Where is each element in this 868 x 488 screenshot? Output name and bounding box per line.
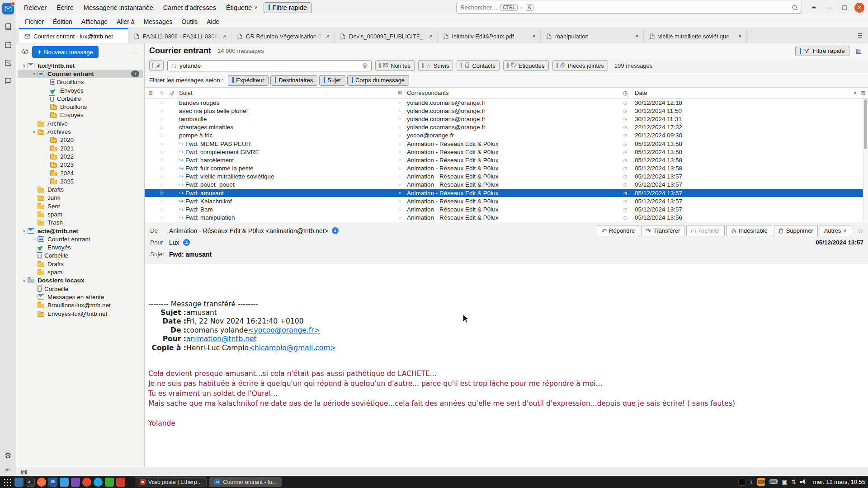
scope-subject-button[interactable]: Sujet [319, 75, 345, 86]
junk-status-icon[interactable]: ◷ [619, 191, 631, 196]
read-status-icon[interactable]: ○ [393, 207, 407, 212]
read-status-icon[interactable]: ○ [393, 166, 407, 171]
folder-row[interactable]: Envoyés-lux@tntb.net [18, 310, 143, 318]
tag-dropdown-button[interactable]: Étiquette∨ [222, 2, 262, 13]
folder-pane-options-button[interactable]: … [129, 48, 141, 56]
star-icon[interactable]: ☆ [156, 215, 167, 221]
menu-outils[interactable]: Outils [177, 17, 202, 27]
tab[interactable]: FA2411-0306 - FA2411-0306.pd × [128, 28, 231, 43]
get-mail-cloud-button[interactable] [20, 47, 29, 57]
close-button[interactable]: × [854, 3, 864, 13]
minimize-button[interactable]: – [824, 2, 835, 13]
tab[interactable]: vieille mitraillette soviétique × [644, 28, 747, 43]
filter-search-input[interactable]: yolande ⊗ [167, 60, 372, 71]
tab-close-icon[interactable]: × [222, 33, 227, 40]
folder-row[interactable]: 2024 [18, 169, 143, 177]
new-message-button[interactable]: +Nouveau message [32, 46, 99, 58]
message-row[interactable]: ☆ ↪tambouille ○ yolande.coomans@orange.f… [145, 115, 868, 123]
taskbar-window-visio[interactable]: Visio poste | Etherp... [135, 477, 207, 487]
folder-row[interactable]: ∨ lux@tntb.net [18, 61, 143, 70]
write-button[interactable]: Écrire [52, 2, 78, 13]
message-list-display-options-button[interactable]: ▥ [853, 47, 864, 55]
star-column-icon[interactable]: ☆ [156, 90, 167, 96]
attachment-column-icon[interactable] [167, 90, 176, 96]
column-picker-icon[interactable]: ▥ [861, 90, 865, 96]
clear-search-icon[interactable]: ⊗ [362, 61, 368, 70]
junk-status-icon[interactable]: ◷ [619, 215, 631, 220]
address-book-button[interactable]: Carnet d'adresses [159, 2, 220, 13]
taskbar-app-icon[interactable] [82, 478, 91, 487]
folder-row[interactable]: Brouillons-lux@tntb.net [18, 301, 143, 310]
junk-status-icon[interactable]: ◷ [619, 100, 631, 105]
forward-button[interactable]: ↷Transférer [641, 225, 684, 236]
star-icon[interactable]: ☆ [156, 116, 167, 122]
star-icon[interactable]: ☆ [156, 198, 167, 204]
folder-row[interactable]: 2022 [18, 152, 143, 160]
taskbar-app-icon[interactable] [105, 478, 114, 487]
read-status-icon[interactable]: ○ [393, 133, 407, 138]
menu-messages[interactable]: Messages [140, 17, 177, 27]
filter-starred-button[interactable]: ☆Suivis [418, 60, 453, 71]
read-status-icon[interactable]: ○ [393, 125, 407, 130]
folder-row[interactable]: 2020 [18, 136, 143, 144]
show-applications-icon[interactable] [3, 478, 12, 487]
message-row[interactable]: ☆ ↪Fwd: amusant ○ Animation - Réseaux Ed… [145, 189, 868, 197]
keyboard-icon[interactable]: ⌨ [769, 479, 778, 485]
message-row[interactable]: ☆ ↪Fwd: MEME PAS PEUR ○ Animation - Rése… [145, 140, 868, 148]
read-status-icon[interactable]: ○ [393, 191, 407, 195]
fwd-to-link[interactable]: animation@tntb.net [186, 335, 257, 344]
message-row[interactable]: ☆ ↪Fwd: complètement GIVRE ○ Animation -… [145, 148, 868, 156]
junk-status-icon[interactable]: ◷ [619, 199, 631, 204]
junk-status-icon[interactable]: ◷ [619, 141, 631, 146]
scope-body-button[interactable]: Corps du message [347, 75, 409, 86]
junk-status-icon[interactable]: ◷ [619, 150, 631, 155]
tab[interactable]: Devis_000095_PUBLICITE_TRIA × [335, 28, 438, 43]
folder-row[interactable]: › Courrier entrant [18, 235, 143, 243]
mail-space-button[interactable] [2, 3, 14, 14]
list-all-tabs-button[interactable]: ☰ [852, 28, 868, 43]
menu-aide[interactable]: Aide [203, 17, 223, 27]
read-status-icon[interactable]: ○ [393, 199, 407, 203]
taskbar-app-icon[interactable] [37, 478, 46, 487]
fwd-cc-link[interactable]: <hlcamplo@gmail.com> [249, 344, 336, 353]
menu-aller-a[interactable]: Aller à [113, 17, 139, 27]
folder-row[interactable]: Brouillons [18, 103, 143, 111]
clock[interactable]: mer. 12 mars, 10:55 [813, 479, 865, 485]
bluetooth-icon[interactable]: ᛒ [750, 479, 754, 485]
tab-close-icon[interactable]: × [325, 33, 330, 40]
collapse-spaces-icon[interactable]: ⇤ [5, 466, 11, 473]
folder-row[interactable]: Envoyés [18, 86, 143, 94]
expander-icon[interactable]: ∨ [21, 63, 28, 68]
tab-close-icon[interactable]: × [428, 33, 434, 40]
calendar-space-button[interactable] [2, 39, 14, 51]
folder-row[interactable]: Junk [18, 194, 143, 202]
star-icon[interactable]: ☆ [156, 190, 167, 196]
tab[interactable]: manipulation × [541, 28, 644, 43]
contact-avatar[interactable] [332, 227, 339, 234]
folder-row[interactable]: Drafts [18, 260, 143, 268]
message-row[interactable]: ☆ ↪Fwd: harcèlement ○ Animation - Réseau… [145, 156, 868, 164]
junk-status-icon[interactable]: ◷ [619, 125, 631, 130]
tab-close-icon[interactable]: × [737, 33, 743, 40]
message-row[interactable]: ☆ ↪Fwd: vieille mitraillette soviétique … [145, 173, 868, 181]
filter-contacts-button[interactable]: Contacts [457, 60, 499, 71]
address-book-space-button[interactable] [2, 21, 14, 33]
folder-row[interactable]: Messages en attente [18, 293, 143, 301]
scrollbar-thumb[interactable] [864, 99, 867, 149]
message-row[interactable]: ☆ ↪bandes rouges ○ yolande.coomans@orang… [145, 99, 868, 107]
folder-row[interactable]: spam [18, 268, 143, 276]
folder-row[interactable]: Drafts [18, 185, 143, 193]
get-messages-button[interactable]: Relever [20, 2, 51, 13]
app-menu-button[interactable]: ≡ [808, 2, 819, 13]
expander-icon[interactable]: ∨ [31, 71, 38, 76]
star-icon[interactable]: ☆ [156, 182, 167, 188]
settings-gear-icon[interactable]: ⚙ [5, 451, 11, 460]
star-icon[interactable]: ☆ [156, 132, 167, 139]
folder-row[interactable]: Corbeille [18, 285, 143, 293]
read-status-icon[interactable]: ○ [393, 216, 407, 220]
junk-status-icon[interactable]: ◷ [619, 182, 631, 187]
message-row[interactable]: ☆ ↪Fwd: manipulation ○ Animation - Résea… [145, 214, 868, 222]
junk-status-icon[interactable]: ◷ [619, 108, 631, 113]
folder-row[interactable]: 2025 [18, 177, 143, 185]
menu-edition[interactable]: Édition [49, 17, 76, 27]
